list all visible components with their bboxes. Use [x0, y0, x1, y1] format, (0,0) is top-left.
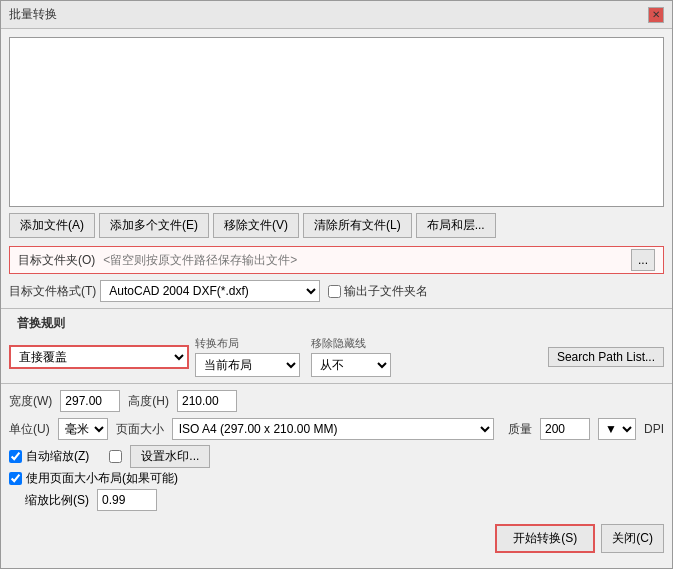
page-size-select[interactable]: ISO A4 (297.00 x 210.00 MM): [172, 418, 494, 440]
col-hidden-label: 移除隐藏线: [311, 336, 401, 351]
search-path-col: Search Path List...: [548, 347, 664, 367]
add-files-button[interactable]: 添加多个文件(E): [99, 213, 209, 238]
auto-scale-checkbox[interactable]: [9, 450, 22, 463]
close-button[interactable]: ✕: [648, 7, 664, 23]
dpi-label: DPI: [644, 422, 664, 436]
remove-hidden-col: 移除隐藏线 从不 总是: [311, 336, 401, 377]
use-page-size-label: 使用页面大小布局(如果可能): [26, 470, 178, 487]
col-convert-label: 转换布局: [195, 336, 305, 351]
height-input[interactable]: [177, 390, 237, 412]
target-format-label: 目标文件格式(T): [9, 283, 96, 300]
watermark-checkbox[interactable]: [109, 450, 122, 463]
target-folder-input[interactable]: [99, 249, 629, 271]
use-page-size-row: 使用页面大小布局(如果可能): [1, 469, 672, 488]
unit-label: 单位(U): [9, 421, 50, 438]
browse-button[interactable]: ...: [631, 249, 655, 271]
sub-folder-checkbox-label[interactable]: 输出子文件夹名: [328, 283, 428, 300]
scale-input[interactable]: [97, 489, 157, 511]
target-format-select[interactable]: AutoCAD 2004 DXF(*.dxf): [100, 280, 320, 302]
width-height-row: 宽度(W) 高度(H): [1, 388, 672, 414]
width-input[interactable]: [60, 390, 120, 412]
rule-columns: 转换布局 当前布局 所有布局 模型空间 移除隐藏线 从不 总是 Search P…: [195, 336, 664, 377]
quality-label: 质量: [508, 421, 532, 438]
unit-select[interactable]: 毫米 英寸: [58, 418, 108, 440]
quality-input[interactable]: [540, 418, 590, 440]
convert-layout-col: 转换布局 当前布局 所有布局 模型空间: [195, 336, 305, 377]
width-label: 宽度(W): [9, 393, 52, 410]
rules-section-label: 普换规则: [9, 314, 73, 332]
scale-row: 缩放比例(S): [17, 488, 672, 512]
unit-pagesize-row: 单位(U) 毫米 英寸 页面大小 ISO A4 (297.00 x 210.00…: [1, 416, 672, 442]
auto-scale-label: 自动缩放(Z): [26, 448, 89, 465]
remove-hidden-select[interactable]: 从不 总是: [311, 353, 391, 377]
search-path-button[interactable]: Search Path List...: [548, 347, 664, 367]
rule-row: 直接覆盖 重命名 跳过 转换布局 当前布局 所有布局 模型空间 移除隐藏线 从不…: [1, 334, 672, 379]
convert-layout-select[interactable]: 当前布局 所有布局 模型空间: [195, 353, 300, 377]
clear-all-button[interactable]: 清除所有文件(L): [303, 213, 412, 238]
target-folder-row: 目标文件夹(O) ...: [9, 246, 664, 274]
batch-convert-dialog: 批量转换 ✕ 添加文件(A) 添加多个文件(E) 移除文件(V) 清除所有文件(…: [0, 0, 673, 569]
start-convert-button[interactable]: 开始转换(S): [495, 524, 595, 553]
file-list[interactable]: [9, 37, 664, 207]
rules-section: 普换规则: [1, 313, 672, 334]
height-label: 高度(H): [128, 393, 169, 410]
layout-layer-button[interactable]: 布局和层...: [416, 213, 496, 238]
quality-unit-select[interactable]: ▼: [598, 418, 636, 440]
use-page-size-checkbox[interactable]: [9, 472, 22, 485]
watermark-button[interactable]: 设置水印...: [130, 445, 210, 468]
page-size-label: 页面大小: [116, 421, 164, 438]
target-format-row: 目标文件格式(T) AutoCAD 2004 DXF(*.dxf) 输出子文件夹…: [1, 278, 672, 304]
remove-file-button[interactable]: 移除文件(V): [213, 213, 299, 238]
scale-label: 缩放比例(S): [25, 492, 89, 509]
auto-scale-row: 自动缩放(Z) 设置水印...: [1, 444, 672, 469]
target-folder-label: 目标文件夹(O): [18, 252, 95, 269]
sub-folder-label: 输出子文件夹名: [344, 283, 428, 300]
toolbar-row: 添加文件(A) 添加多个文件(E) 移除文件(V) 清除所有文件(L) 布局和层…: [1, 213, 672, 244]
replace-rule-select[interactable]: 直接覆盖 重命名 跳过: [9, 345, 189, 369]
bottom-bar: 开始转换(S) 关闭(C): [1, 516, 672, 561]
sub-folder-checkbox[interactable]: [328, 285, 341, 298]
dialog-title: 批量转换: [9, 6, 57, 23]
title-bar: 批量转换 ✕: [1, 1, 672, 29]
close-dialog-button[interactable]: 关闭(C): [601, 524, 664, 553]
add-file-button[interactable]: 添加文件(A): [9, 213, 95, 238]
